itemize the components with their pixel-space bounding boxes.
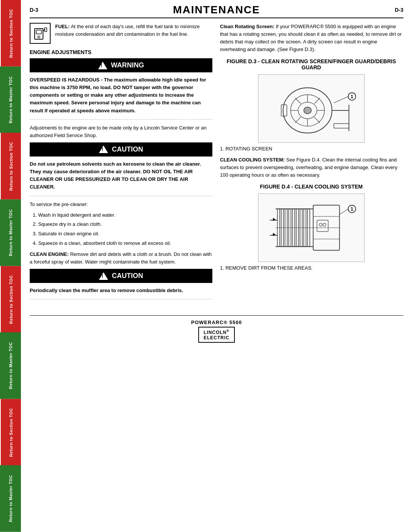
figure-d3-container: 1 xyxy=(220,74,403,143)
divider-2 xyxy=(30,196,212,196)
nav-label-4: Return to Master TOC xyxy=(8,209,13,256)
fuel-icon xyxy=(30,23,51,44)
svg-rect-18 xyxy=(281,105,287,116)
step-4: 4. Squeeze in a clean, absorbent cloth t… xyxy=(33,240,212,248)
nav-label-8: Return to Master TOC xyxy=(8,475,13,522)
brand-name: POWERARC® 5500 xyxy=(30,320,403,325)
logo-line2: ELECTRIC xyxy=(204,335,229,340)
svg-marker-50 xyxy=(273,233,276,236)
svg-line-48 xyxy=(339,209,348,215)
clean-cooling-text: CLEAN COOLING SYSTEM: See Figure D.4. Cl… xyxy=(220,156,403,179)
svg-marker-49 xyxy=(273,218,276,221)
svg-line-16 xyxy=(314,98,320,104)
warning-text: OVERSPEED IS HAZARDOUS - The maximum all… xyxy=(30,76,212,115)
step-1: 1. Wash in liquid detergent and water. xyxy=(33,211,212,219)
svg-line-14 xyxy=(295,98,301,104)
svg-text:1: 1 xyxy=(350,94,353,99)
figure-d4-container: 1 xyxy=(220,193,403,262)
engine-adjustments-heading: ENGINE ADJUSTMENTS xyxy=(30,49,212,55)
figure-d3-title: FIGURE D.3 - CLEAN ROTATING SCREEN/FINGE… xyxy=(220,58,403,70)
logo-line1: LINCOLN xyxy=(204,330,226,335)
caution-label-1: CAUTION xyxy=(112,145,143,153)
page-title: MAINTENANCE xyxy=(38,4,395,16)
figure-d3-image: 1 xyxy=(258,74,365,143)
caution-triangle-icon-1 xyxy=(99,145,108,153)
precleaner-steps: 1. Wash in liquid detergent and water. 2… xyxy=(30,211,212,248)
svg-rect-41 xyxy=(317,220,328,232)
return-master-toc-3[interactable]: Return to Master TOC xyxy=(0,332,21,399)
main-content: D-3 MAINTENANCE D-3 xyxy=(22,0,411,350)
clean-engine-text: CLEAN ENGINE: Remove dirt and debris wit… xyxy=(30,251,212,266)
precleaner-intro: To service the pre-cleaner: xyxy=(30,201,212,208)
caution-label-2: CAUTION xyxy=(112,272,143,280)
svg-text:1: 1 xyxy=(350,206,353,212)
page-number-right: D-3 xyxy=(395,7,403,13)
nav-label-1: Return to Section TOC xyxy=(9,9,13,58)
return-section-toc-3[interactable]: Return to Section TOC xyxy=(0,266,21,333)
svg-rect-19 xyxy=(334,123,349,128)
warning-triangle-icon xyxy=(98,62,107,69)
return-master-toc-1[interactable]: Return to Master TOC xyxy=(0,67,21,133)
warning-box: WARNING xyxy=(30,58,212,72)
nav-label-6: Return to Master TOC xyxy=(8,342,13,389)
nav-label-5: Return to Section TOC xyxy=(9,275,13,324)
return-section-toc-1[interactable]: Return to Section TOC xyxy=(0,0,21,67)
svg-point-43 xyxy=(323,223,326,226)
return-section-toc-2[interactable]: Return to Section TOC xyxy=(0,133,21,200)
figure-d4-title: FIGURE D.4 - CLEAN COOLING SYSTEM xyxy=(220,184,403,190)
return-section-toc-4[interactable]: Return to Section TOC xyxy=(0,399,21,466)
page-number-left: D-3 xyxy=(30,7,38,13)
svg-line-24 xyxy=(334,96,348,103)
caution-triangle-icon-2 xyxy=(99,272,108,280)
side-navigation: Return to Section TOC Return to Master T… xyxy=(0,0,21,532)
caution-box-2: CAUTION xyxy=(30,269,212,283)
svg-line-17 xyxy=(295,117,301,123)
fuel-description: At the end of each day's use, refill the… xyxy=(55,24,200,37)
figure-d4-caption: 1. REMOVE DIRT FROM THESE AREAS. xyxy=(220,265,403,271)
svg-rect-1 xyxy=(36,30,41,34)
lincoln-logo: LINCOLN® ELECTRIC xyxy=(198,327,235,343)
clean-cooling-label: CLEAN COOLING SYSTEM: xyxy=(220,157,285,163)
nav-label-7: Return to Section TOC xyxy=(9,408,13,457)
step-3: 3. Saturate in clean engine oil. xyxy=(33,230,212,238)
figure-d3-caption: 1. ROTATING SCREEN xyxy=(220,146,403,152)
svg-point-9 xyxy=(304,107,311,114)
nav-label-2: Return to Master TOC xyxy=(8,76,13,123)
clean-rotating-screen-label: Clean Rotating Screen: xyxy=(220,24,274,29)
divider-3 xyxy=(30,299,212,299)
clean-rotating-screen-text: Clean Rotating Screen: If your POWERARC®… xyxy=(220,23,403,54)
warning-label: WARNING xyxy=(111,61,144,69)
caution-text-1: Do not use petroleum solvents such as ke… xyxy=(30,160,212,191)
caution-text-2: Periodically clean the muffler area to r… xyxy=(30,287,212,294)
left-column: FUEL: At the end of each day's use, refi… xyxy=(30,23,212,304)
return-master-toc-4[interactable]: Return to Master TOC xyxy=(0,465,21,532)
content-columns: FUEL: At the end of each day's use, refi… xyxy=(30,23,403,304)
step-2: 2. Squeeze dry in a clean cloth. xyxy=(33,220,212,228)
clean-engine-label: CLEAN ENGINE: xyxy=(30,251,69,257)
logo-reg: ® xyxy=(226,329,229,333)
service-note: Adjustments to the engine are to be made… xyxy=(30,124,212,139)
nav-label-3: Return to Section TOC xyxy=(9,142,13,190)
fuel-section: FUEL: At the end of each day's use, refi… xyxy=(30,23,212,44)
return-master-toc-2[interactable]: Return to Master TOC xyxy=(0,200,21,266)
divider-1 xyxy=(30,119,212,120)
svg-line-15 xyxy=(314,117,320,123)
page-header: D-3 MAINTENANCE D-3 xyxy=(30,4,403,18)
right-column: Clean Rotating Screen: If your POWERARC®… xyxy=(220,23,403,304)
fuel-label: FUEL: xyxy=(55,24,70,29)
svg-point-42 xyxy=(319,223,322,226)
figure-d4-image: 1 xyxy=(258,193,365,262)
fuel-text: FUEL: At the end of each day's use, refi… xyxy=(55,23,212,44)
page-footer: POWERARC® 5500 LINCOLN® ELECTRIC xyxy=(30,315,403,343)
caution-box-1: CAUTION xyxy=(30,142,212,157)
